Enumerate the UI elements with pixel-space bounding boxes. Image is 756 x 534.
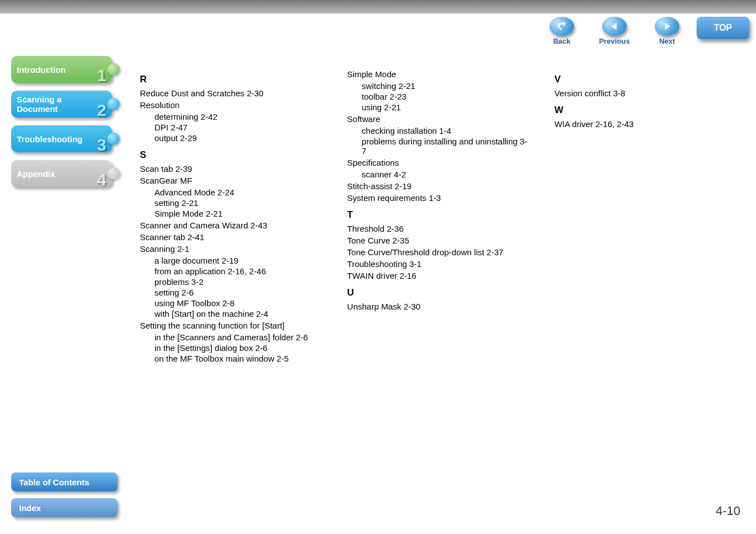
- sidebar-item-appendix[interactable]: Appendix 4: [11, 160, 112, 187]
- chapter-number: 3: [97, 135, 106, 154]
- index-entry[interactable]: TWAIN driver 2-16: [347, 271, 532, 280]
- index-subentry[interactable]: in the [Settings] dialog box 2-6: [154, 343, 325, 353]
- index-entry[interactable]: Unsharp Mask 2-30: [347, 302, 532, 311]
- previous-arrow-icon: [608, 20, 621, 32]
- index-subentry[interactable]: toolbar 2-23: [361, 92, 532, 101]
- index-subentry[interactable]: scanner 4-2: [361, 170, 532, 179]
- page-body: Introduction 1 Scanning a Document 2 Tro…: [0, 50, 756, 534]
- index-entry[interactable]: Tone Curve 2-35: [347, 236, 532, 245]
- sidebar-item-label: Introduction: [17, 65, 65, 74]
- index-subentry[interactable]: Advanced Mode 2-24: [154, 188, 325, 197]
- index-entry[interactable]: WIA driver 2-16, 2-43: [555, 119, 739, 129]
- index-subentry[interactable]: from an application 2-16, 2-46: [154, 266, 325, 276]
- index-subentry[interactable]: using 2-21: [361, 102, 532, 112]
- back-button-wrap: Back: [539, 17, 585, 45]
- sidebar-item-label: Appendix: [17, 169, 55, 179]
- tab-nub-icon: [107, 98, 120, 110]
- index-subentry[interactable]: with [Start] on the machine 2-4: [154, 309, 325, 318]
- index-subentry[interactable]: Simple Mode 2-21: [154, 209, 325, 218]
- chapter-number: 2: [97, 101, 106, 120]
- index-subentry[interactable]: problems during installing and uninstall…: [361, 137, 532, 156]
- index-entry[interactable]: Troubleshooting 3-1: [347, 259, 532, 269]
- heading-r: R: [140, 74, 325, 85]
- index-subentry[interactable]: a large document 2-19: [154, 256, 325, 265]
- index-entry: Setting the scanning function for [Start…: [140, 321, 325, 330]
- index-subentry[interactable]: on the MF Toolbox main window 2-5: [154, 354, 325, 363]
- previous-button[interactable]: [602, 17, 627, 36]
- index-label: Index: [19, 503, 41, 513]
- page-number: 4-10: [716, 504, 740, 518]
- index-subentry[interactable]: in the [Scanners and Cameras] folder 2-6: [154, 332, 325, 342]
- index-entry[interactable]: Reduce Dust and Scratches 2-30: [140, 88, 325, 98]
- index-entry[interactable]: System requirements 1-3: [347, 193, 532, 203]
- index-subentry[interactable]: checking installation 1-4: [361, 126, 532, 135]
- heading-t: T: [347, 209, 532, 221]
- chapter-number: 4: [97, 170, 106, 189]
- next-arrow-icon: [661, 20, 673, 32]
- back-label: Back: [539, 37, 585, 45]
- back-button[interactable]: [550, 17, 574, 36]
- top-button[interactable]: TOP: [697, 17, 749, 39]
- index-entry[interactable]: Version conflict 3-8: [555, 88, 739, 98]
- toc-button[interactable]: Table of Contents: [11, 472, 118, 491]
- index-entry[interactable]: Scanner and Camera Wizard 2-43: [140, 221, 325, 230]
- next-button[interactable]: [655, 17, 679, 36]
- back-arrow-icon: [556, 20, 568, 32]
- index-subentry[interactable]: DPI 2-47: [154, 123, 325, 132]
- heading-v: V: [555, 74, 739, 85]
- tab-nub-icon: [107, 167, 120, 180]
- sidebar: Introduction 1 Scanning a Document 2 Tro…: [0, 50, 123, 534]
- index-column-1: R Reduce Dust and Scratches 2-30 Resolut…: [140, 67, 325, 534]
- tab-nub-icon: [107, 133, 120, 145]
- heading-u: U: [347, 287, 532, 298]
- index-subentry[interactable]: problems 3-2: [154, 277, 325, 287]
- heading-s: S: [140, 149, 325, 161]
- index-subentry[interactable]: setting 2-21: [154, 198, 325, 208]
- index-entry[interactable]: Threshold 2-36: [347, 224, 532, 233]
- bottom-nav: Table of Contents Index: [11, 472, 118, 517]
- index-subentry[interactable]: setting 2-6: [154, 288, 325, 297]
- index-button[interactable]: Index: [11, 498, 118, 517]
- heading-w: W: [555, 105, 739, 116]
- index-column-3: V Version conflict 3-8 W WIA driver 2-16…: [555, 67, 739, 534]
- index-subentry[interactable]: switching 2-21: [361, 81, 532, 91]
- sidebar-item-label: Troubleshooting: [17, 134, 83, 144]
- chapter-number: 1: [97, 66, 106, 85]
- top-gradient-bar: [0, 0, 756, 13]
- index-entry[interactable]: Scanning 2-1: [140, 244, 325, 254]
- index-column-2: Simple Mode switching 2-21 toolbar 2-23 …: [347, 67, 532, 534]
- index-entry[interactable]: Scanner tab 2-41: [140, 232, 325, 242]
- index-content: R Reduce Dust and Scratches 2-30 Resolut…: [123, 50, 756, 534]
- index-subentry[interactable]: determining 2-42: [154, 112, 325, 121]
- next-button-wrap: Next: [644, 17, 690, 45]
- sidebar-item-troubleshooting[interactable]: Troubleshooting 3: [11, 125, 112, 152]
- sidebar-item-scanning[interactable]: Scanning a Document 2: [11, 91, 112, 118]
- toc-label: Table of Contents: [19, 477, 90, 487]
- previous-label: Previous: [591, 37, 637, 45]
- index-entry: Software: [347, 114, 532, 124]
- index-entry: Specifications: [347, 158, 532, 167]
- tab-nub-icon: [107, 63, 120, 76]
- top-label: TOP: [714, 23, 732, 33]
- sidebar-item-label: Scanning a Document: [17, 95, 62, 114]
- nav-row: Back Previous Next TOP: [0, 13, 756, 47]
- index-entry[interactable]: Tone Curve/Threshold drop-down list 2-37: [347, 247, 532, 257]
- index-subentry[interactable]: output 2-29: [154, 133, 325, 143]
- sidebar-item-introduction[interactable]: Introduction 1: [11, 56, 112, 83]
- index-entry: Simple Mode: [347, 69, 532, 79]
- previous-button-wrap: Previous: [591, 17, 637, 45]
- index-entry[interactable]: Scan tab 2-39: [140, 164, 325, 174]
- index-entry: ScanGear MF: [140, 176, 325, 185]
- next-label: Next: [644, 37, 690, 45]
- index-subentry[interactable]: using MF Toolbox 2-8: [154, 298, 325, 308]
- index-entry[interactable]: Stitch-assist 2-19: [347, 181, 532, 191]
- index-entry: Resolution: [140, 100, 325, 110]
